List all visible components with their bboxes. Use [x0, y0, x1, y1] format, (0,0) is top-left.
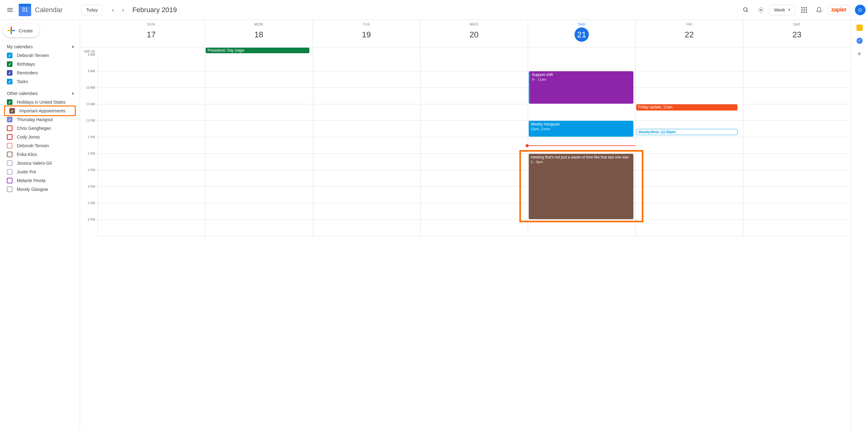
calendar-item[interactable]: Moody Glasgow: [2, 185, 77, 194]
hour-cell[interactable]: [743, 137, 850, 154]
event-friday-update[interactable]: Friday update, 11am: [636, 104, 737, 110]
calendar-item[interactable]: Chris Geoghegan: [2, 124, 77, 133]
hour-cell[interactable]: [743, 203, 850, 220]
calendar-item[interactable]: Reminders: [2, 68, 77, 77]
event-support-shift[interactable]: Support shift9 – 11am: [529, 71, 633, 104]
calendar-checkbox[interactable]: [7, 143, 12, 148]
search-button[interactable]: [740, 4, 752, 16]
hour-cell[interactable]: [313, 137, 420, 154]
hour-cell[interactable]: [528, 104, 635, 121]
hour-cell[interactable]: [743, 71, 850, 88]
calendar-checkbox[interactable]: [7, 117, 12, 122]
hour-cell[interactable]: [313, 121, 420, 137]
calendar-item[interactable]: Holidays in United States: [2, 98, 77, 106]
allday-cell[interactable]: [97, 47, 205, 55]
allday-event[interactable]: Presidents' Day (regio: [206, 47, 309, 53]
hour-cell[interactable]: [636, 220, 743, 236]
day-column[interactable]: Support shift9 – 11amWeekly Hangouts12pm…: [528, 55, 635, 236]
main-menu-button[interactable]: [2, 2, 18, 18]
hour-cell[interactable]: [636, 154, 743, 170]
calendar-checkbox[interactable]: [7, 169, 12, 175]
hour-cell[interactable]: [743, 88, 850, 104]
hour-cell[interactable]: [421, 220, 528, 236]
hour-cell[interactable]: [98, 55, 205, 71]
notifications-button[interactable]: [813, 4, 825, 16]
hour-cell[interactable]: [313, 55, 420, 71]
hour-cell[interactable]: [636, 55, 743, 71]
hour-cell[interactable]: [98, 154, 205, 170]
hour-cell[interactable]: [636, 137, 743, 154]
day-column[interactable]: [97, 55, 205, 236]
hour-cell[interactable]: [743, 220, 850, 236]
day-column[interactable]: [743, 55, 850, 236]
hour-cell[interactable]: [313, 187, 420, 203]
hour-cell[interactable]: [743, 154, 850, 170]
other-calendars-header[interactable]: Other calendars ▼: [0, 89, 80, 98]
calendar-checkbox[interactable]: [9, 108, 15, 113]
zapier-extension-badge[interactable]: zapier: [828, 5, 850, 14]
day-header[interactable]: MON18: [205, 20, 312, 47]
google-apps-button[interactable]: [798, 4, 810, 16]
hour-cell[interactable]: [205, 170, 312, 187]
hour-cell[interactable]: [98, 104, 205, 121]
calendar-item[interactable]: Deborah Tennen: [2, 51, 77, 60]
allday-cell[interactable]: [528, 47, 635, 55]
create-button[interactable]: Create: [3, 24, 39, 37]
day-column[interactable]: [313, 55, 420, 236]
calendar-checkbox[interactable]: [7, 187, 12, 192]
hour-cell[interactable]: [636, 88, 743, 104]
calendar-checkbox[interactable]: [7, 61, 12, 67]
settings-button[interactable]: [754, 4, 767, 16]
event-important-meeting[interactable]: meeting that's not just a waste of time …: [529, 154, 633, 219]
hour-cell[interactable]: [205, 187, 312, 203]
hour-cell[interactable]: [313, 88, 420, 104]
keep-addon-button[interactable]: [856, 24, 863, 31]
hour-cell[interactable]: [421, 154, 528, 170]
calendar-item[interactable]: Birthdays: [2, 60, 77, 68]
logo-area[interactable]: 31 Calendar: [19, 4, 63, 16]
calendar-item[interactable]: Melanie Pinola: [2, 176, 77, 185]
calendar-item[interactable]: Erika Klics: [2, 150, 77, 159]
hour-cell[interactable]: [98, 220, 205, 236]
event-moody-declined[interactable]: Moody:Mele, 12:30pm: [636, 129, 737, 135]
my-calendars-header[interactable]: My calendars ▼: [0, 42, 80, 51]
calendar-checkbox[interactable]: [7, 99, 12, 105]
calendar-item[interactable]: Thursday Hangout: [2, 115, 77, 124]
day-column[interactable]: Friday update, 11amMoody:Mele, 12:30pm: [635, 55, 743, 236]
hour-cell[interactable]: [743, 55, 850, 71]
hour-cell[interactable]: [421, 137, 528, 154]
hour-cell[interactable]: [205, 154, 312, 170]
hour-cell[interactable]: [313, 203, 420, 220]
calendar-checkbox[interactable]: [7, 134, 12, 140]
today-button[interactable]: Today: [81, 5, 102, 15]
hour-cell[interactable]: [313, 170, 420, 187]
view-selector[interactable]: Week ▼: [770, 5, 796, 15]
hour-cell[interactable]: [98, 203, 205, 220]
hour-cell[interactable]: [205, 55, 312, 71]
allday-cell[interactable]: [743, 47, 850, 55]
hour-cell[interactable]: [313, 104, 420, 121]
hour-cell[interactable]: [205, 88, 312, 104]
hour-cell[interactable]: [636, 187, 743, 203]
allday-cell[interactable]: [312, 47, 420, 55]
hour-cell[interactable]: [421, 187, 528, 203]
allday-cell[interactable]: [420, 47, 527, 55]
calendar-item[interactable]: Important Appointments: [4, 105, 76, 116]
hour-cell[interactable]: [205, 71, 312, 88]
hour-cell[interactable]: [205, 203, 312, 220]
add-addon-button[interactable]: +: [856, 51, 863, 57]
calendar-checkbox[interactable]: [7, 152, 12, 157]
hour-cell[interactable]: [98, 170, 205, 187]
day-header[interactable]: TUE19: [312, 20, 420, 47]
day-header[interactable]: THU21: [528, 20, 635, 47]
day-header[interactable]: FRI22: [635, 20, 743, 47]
hour-cell[interactable]: [528, 55, 635, 71]
calendar-checkbox[interactable]: [7, 53, 12, 58]
hour-cell[interactable]: [636, 170, 743, 187]
hour-cell[interactable]: [205, 121, 312, 137]
hour-cell[interactable]: [743, 104, 850, 121]
calendar-item[interactable]: Deborah Tennen: [2, 141, 77, 150]
day-column[interactable]: [420, 55, 528, 236]
hour-cell[interactable]: [421, 104, 528, 121]
hour-cell[interactable]: [743, 121, 850, 137]
